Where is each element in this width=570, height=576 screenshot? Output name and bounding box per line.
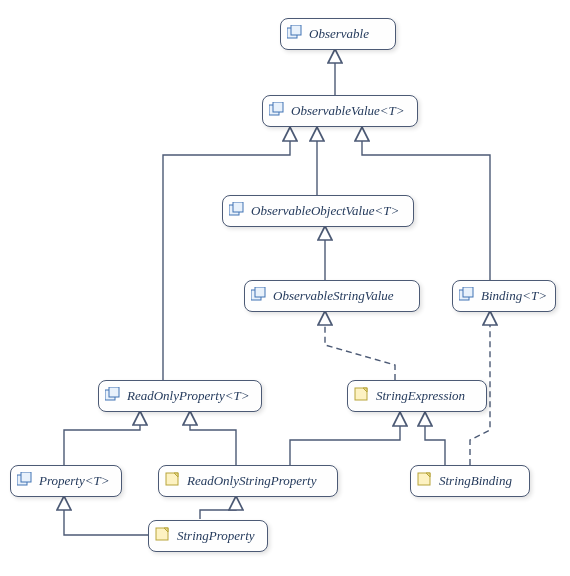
svg-rect-3 <box>273 102 283 112</box>
uml-class-string-property: StringProperty <box>148 520 268 552</box>
interface-icon <box>17 472 33 486</box>
node-label: ReadOnlyProperty<T> <box>127 387 249 405</box>
svg-rect-5 <box>233 202 243 212</box>
node-label: StringExpression <box>376 387 465 405</box>
interface-icon <box>105 387 121 401</box>
node-label: Binding<T> <box>481 287 547 305</box>
svg-rect-9 <box>463 287 473 297</box>
node-label: ObservableValue<T> <box>291 102 405 120</box>
node-label: StringProperty <box>177 527 255 545</box>
uml-interface-binding: Binding<T> <box>452 280 556 312</box>
uml-interface-observable-string-value: ObservableStringValue <box>244 280 420 312</box>
node-label: ObservableObjectValue<T> <box>251 202 399 220</box>
uml-interface-property: Property<T> <box>10 465 122 497</box>
interface-icon <box>251 287 267 301</box>
node-label: StringBinding <box>439 472 512 490</box>
uml-class-readonly-string-property: ReadOnlyStringProperty <box>158 465 338 497</box>
uml-interface-readonly-property: ReadOnlyProperty<T> <box>98 380 262 412</box>
interface-icon <box>287 25 303 39</box>
class-icon <box>155 527 171 541</box>
interface-icon <box>229 202 245 216</box>
class-icon <box>354 387 370 401</box>
svg-rect-11 <box>109 387 119 397</box>
uml-interface-observable-value: ObservableValue<T> <box>262 95 418 127</box>
interface-icon <box>269 102 285 116</box>
class-icon <box>165 472 181 486</box>
uml-class-string-expression: StringExpression <box>347 380 487 412</box>
svg-rect-1 <box>291 25 301 35</box>
uml-class-string-binding: StringBinding <box>410 465 530 497</box>
svg-rect-7 <box>255 287 265 297</box>
node-label: Observable <box>309 25 369 43</box>
node-label: ObservableStringValue <box>273 287 394 305</box>
node-label: Property<T> <box>39 472 110 490</box>
uml-interface-observable: Observable <box>280 18 396 50</box>
interface-icon <box>459 287 475 301</box>
svg-rect-14 <box>21 472 31 482</box>
class-icon <box>417 472 433 486</box>
uml-interface-observable-object-value: ObservableObjectValue<T> <box>222 195 414 227</box>
node-label: ReadOnlyStringProperty <box>187 472 317 490</box>
